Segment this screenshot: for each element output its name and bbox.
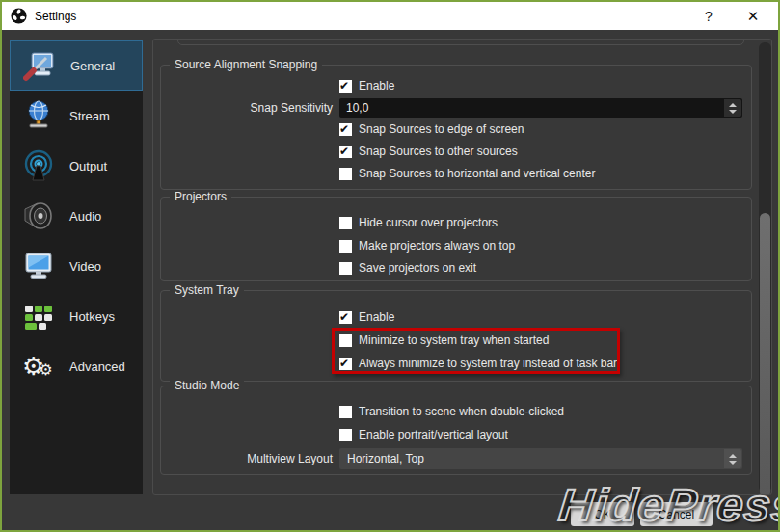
checkbox[interactable] [339, 406, 352, 418]
output-broadcast-icon [22, 149, 55, 182]
window-title: Settings [35, 10, 76, 23]
vertical-scrollbar[interactable] [759, 42, 771, 492]
general-settings-pane: Source Alignment Snapping Enable Snap Se… [152, 39, 772, 495]
combobox-arrows[interactable] [724, 449, 741, 468]
sidebar-item-advanced[interactable]: ⚙⚙ Advanced [10, 341, 143, 391]
checkbox-row-portrait-layout[interactable]: Enable portrait/vertical layout [339, 428, 508, 441]
hotkeys-keyboard-icon [22, 300, 55, 332]
window-border [0, 0, 2, 532]
snap-sensitivity-spinbox[interactable]: 10,0 [339, 98, 742, 118]
checkbox[interactable] [339, 311, 352, 324]
checkbox[interactable] [339, 217, 352, 229]
close-button[interactable]: ✕ [734, 2, 772, 30]
title-bar: Settings ? ✕ [2, 2, 778, 30]
sidebar-item-general[interactable]: General [10, 40, 143, 91]
video-monitor-icon [22, 250, 55, 282]
sidebar-item-label: Hotkeys [69, 309, 115, 324]
red-highlight-annotation [332, 328, 620, 374]
multiview-layout-combobox[interactable]: Horizontal, Top [339, 448, 742, 469]
checkbox-label: Hide cursor over projectors [359, 216, 498, 229]
checkbox-row-save-projectors[interactable]: Save projectors on exit [339, 261, 476, 275]
spinner-down-icon[interactable] [729, 110, 737, 114]
sidebar-item-stream[interactable]: Stream [10, 91, 143, 141]
checkbox[interactable] [339, 123, 352, 136]
checkbox[interactable] [339, 80, 352, 93]
multiview-layout-value: Horizontal, Top [339, 452, 424, 466]
checkbox[interactable] [339, 168, 352, 180]
advanced-gears-icon: ⚙⚙ [22, 350, 55, 383]
sidebar-item-label: Output [69, 159, 107, 173]
scrollbar-thumb[interactable] [760, 213, 770, 495]
stream-globe-icon [22, 99, 55, 132]
spinner-up-icon[interactable] [729, 103, 737, 107]
checkbox[interactable] [339, 262, 352, 275]
multiview-layout-label: Multiview Layout [153, 452, 333, 466]
group-title: Studio Mode [170, 379, 244, 392]
sidebar-item-audio[interactable]: Audio [10, 191, 143, 241]
checkbox-label: Make projectors always on top [359, 239, 515, 253]
sidebar-item-label: General [70, 59, 115, 73]
audio-speaker-icon [22, 200, 55, 232]
general-monitor-screwdriver-icon [23, 50, 56, 83]
checkbox-row-tray-enable[interactable]: Enable [339, 310, 394, 324]
checkbox-label: Enable [359, 79, 394, 93]
sidebar-item-label: Audio [69, 209, 101, 224]
checkbox-row-hide-cursor[interactable]: Hide cursor over projectors [339, 216, 498, 229]
checkbox[interactable] [339, 146, 352, 158]
checkbox-label: Snap Sources to horizontal and vertical … [359, 167, 595, 180]
combobox-down-icon[interactable] [729, 461, 737, 465]
window-border [0, 0, 780, 2]
group-title: Source Alignment Snapping [170, 58, 322, 71]
checkbox-row-snap-edge[interactable]: Snap Sources to edge of screen [339, 122, 524, 136]
sidebar-item-video[interactable]: Video [10, 241, 143, 291]
checkbox-label: Snap Sources to other sources [359, 145, 518, 158]
combobox-up-icon[interactable] [729, 454, 737, 458]
checkbox-label: Snap Sources to edge of screen [359, 122, 524, 136]
checkbox-row-snap-sources[interactable]: Snap Sources to other sources [339, 145, 518, 158]
snap-sensitivity-value: 10,0 [339, 101, 368, 115]
checkbox-label: Enable [359, 310, 394, 324]
settings-window: Settings ? ✕ General [0, 0, 780, 532]
help-button[interactable]: ? [689, 2, 728, 30]
group-title: System Tray [170, 283, 244, 297]
sidebar-item-label: Video [69, 259, 101, 274]
group-title: Projectors [170, 190, 231, 203]
spinner-buttons[interactable] [724, 99, 741, 117]
obs-logo-icon [11, 8, 27, 24]
checkbox-label: Save projectors on exit [359, 261, 476, 275]
checkbox-label: Enable portrait/vertical layout [359, 428, 508, 441]
checkbox-label: Transition to scene when double-clicked [359, 405, 564, 418]
group-box-partial [177, 39, 744, 45]
watermark-text: HidePress [556, 478, 780, 531]
sidebar-item-hotkeys[interactable]: Hotkeys [10, 291, 143, 341]
sidebar-item-label: Advanced [69, 359, 125, 374]
checkbox-row-snap-center[interactable]: Snap Sources to horizontal and vertical … [339, 167, 595, 180]
checkbox[interactable] [339, 240, 352, 253]
checkbox-row-transition-double-click[interactable]: Transition to scene when double-clicked [339, 405, 564, 418]
sidebar-item-label: Stream [69, 109, 110, 123]
checkbox-row-enable-snapping[interactable]: Enable [339, 79, 394, 93]
sidebar-item-output[interactable]: Output [10, 141, 143, 191]
snap-sensitivity-label: Snap Sensitivity [153, 101, 333, 115]
settings-sidebar: General Stream Output [10, 40, 143, 494]
checkbox[interactable] [339, 429, 352, 441]
checkbox-row-projectors-on-top[interactable]: Make projectors always on top [339, 239, 515, 253]
